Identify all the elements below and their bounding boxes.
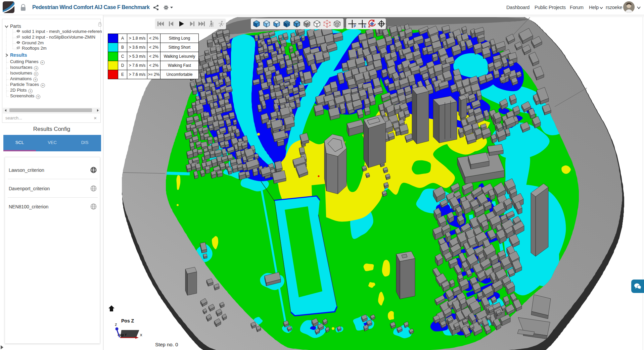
svg-text:z: z xyxy=(115,322,117,327)
svg-text:P: P xyxy=(354,24,356,28)
svg-text:E: E xyxy=(364,24,366,28)
svg-text:x: x xyxy=(140,332,142,337)
